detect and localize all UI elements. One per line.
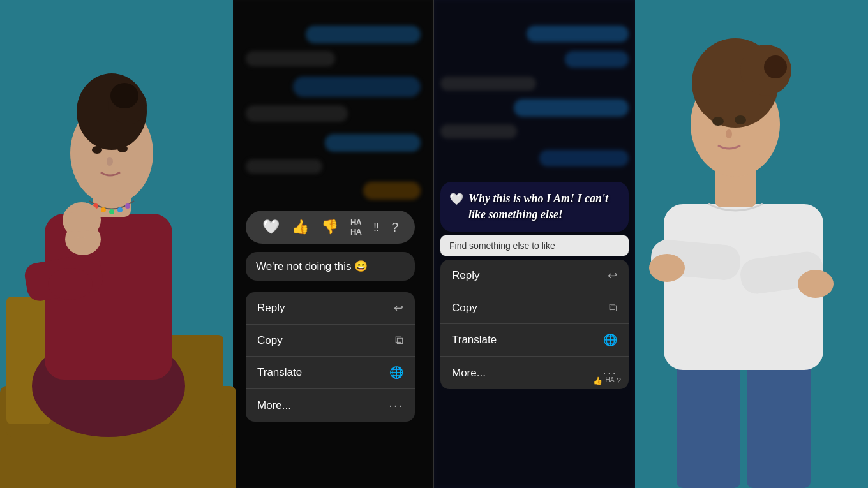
svg-point-23	[48, 268, 93, 300]
svg-rect-25	[747, 357, 811, 488]
svg-point-18	[125, 203, 130, 209]
phone-left: 🤍 👍 👎 HAHA ‼ ? We're not doing this 😄 Re…	[233, 0, 434, 488]
phone-right: 🤍 Why this is who I Am! I can't like som…	[434, 0, 635, 488]
svg-point-15	[101, 207, 106, 212]
phones-container: 🤍 👍 👎 HAHA ‼ ? We're not doing this 😄 Re…	[233, 0, 635, 488]
menu-item-copy-right[interactable]: Copy ⧉	[440, 292, 629, 324]
svg-point-13	[107, 157, 113, 166]
translate-icon-left: 🌐	[389, 366, 403, 380]
translate-icon-right: 🌐	[603, 333, 617, 347]
find-label-text: Find something else to like	[449, 240, 555, 251]
reaction-exclaim[interactable]: ‼	[373, 221, 379, 234]
menu-label-reply-left: Reply	[257, 302, 285, 314]
menu-label-copy-left: Copy	[257, 334, 283, 347]
hw-reaction-haha: HA	[605, 376, 614, 385]
right-bubble-area: 🤍 Why this is who I Am! I can't like som…	[440, 182, 629, 389]
svg-point-17	[117, 207, 123, 212]
svg-rect-21	[75, 211, 83, 232]
context-menu-left: Reply ↩︎ Copy ⧉ Translate 🌐 More... ···	[246, 292, 415, 422]
menu-label-more-right: More...	[452, 367, 486, 380]
menu-item-translate-right[interactable]: Translate 🌐	[440, 324, 629, 357]
svg-point-37	[735, 115, 746, 124]
handwriting-bubble: 🤍 Why this is who I Am! I can't like som…	[440, 182, 629, 232]
copy-icon-left: ⧉	[395, 334, 403, 347]
svg-point-38	[726, 129, 732, 138]
person-left	[6, 54, 223, 437]
reaction-thumbsup[interactable]: 👍	[292, 219, 309, 235]
svg-point-36	[712, 117, 724, 126]
reaction-haha[interactable]: HAHA	[350, 218, 361, 237]
svg-point-10	[110, 83, 138, 108]
svg-rect-22	[84, 211, 91, 231]
copy-icon-right: ⧉	[609, 301, 617, 314]
person-right	[613, 0, 868, 488]
bubble-heart-icon: 🤍	[449, 192, 463, 206]
menu-item-reply-right[interactable]: Reply ↩︎	[440, 260, 629, 292]
svg-rect-24	[677, 357, 740, 488]
svg-point-30	[798, 270, 834, 298]
svg-point-29	[649, 254, 685, 282]
more-icon-left: ···	[389, 398, 403, 413]
svg-point-35	[764, 55, 787, 78]
svg-point-12	[117, 145, 128, 152]
reaction-heart[interactable]: 🤍	[262, 219, 280, 235]
menu-item-reply-left[interactable]: Reply ↩︎	[246, 292, 415, 325]
menu-label-more-left: More...	[257, 399, 291, 412]
menu-item-translate-left[interactable]: Translate 🌐	[246, 357, 415, 389]
handwriting-text: Why this is who I Am! I can't like somet…	[468, 191, 617, 223]
message-bubble-left: We're not doing this 😄	[246, 252, 415, 281]
reaction-bar-left[interactable]: 🤍 👍 👎 HAHA ‼ ?	[246, 211, 415, 244]
reply-icon-left: ↩︎	[394, 301, 403, 315]
menu-item-more-left[interactable]: More... ···	[246, 389, 415, 422]
menu-label-copy-right: Copy	[452, 302, 477, 314]
reaction-thumbsdown[interactable]: 👎	[321, 219, 338, 235]
reply-icon-right: ↩︎	[608, 269, 617, 283]
svg-rect-20	[67, 212, 75, 232]
message-text-left: We're not doing this 😄	[256, 260, 368, 272]
reaction-question[interactable]: ?	[391, 220, 398, 235]
menu-label-reply-right: Reply	[452, 269, 479, 282]
find-something-label: Find something else to like	[440, 235, 629, 256]
context-menu-right: Reply ↩︎ Copy ⧉ Translate 🌐 More... ···	[440, 260, 629, 389]
menu-item-copy-left[interactable]: Copy ⧉	[246, 325, 415, 357]
svg-point-16	[109, 209, 114, 214]
hw-reaction-question: ?	[617, 376, 621, 385]
hw-reaction-thumb: 👍	[593, 376, 602, 385]
menu-label-translate-right: Translate	[452, 334, 497, 346]
svg-point-11	[92, 146, 102, 154]
menu-label-translate-left: Translate	[257, 366, 302, 379]
